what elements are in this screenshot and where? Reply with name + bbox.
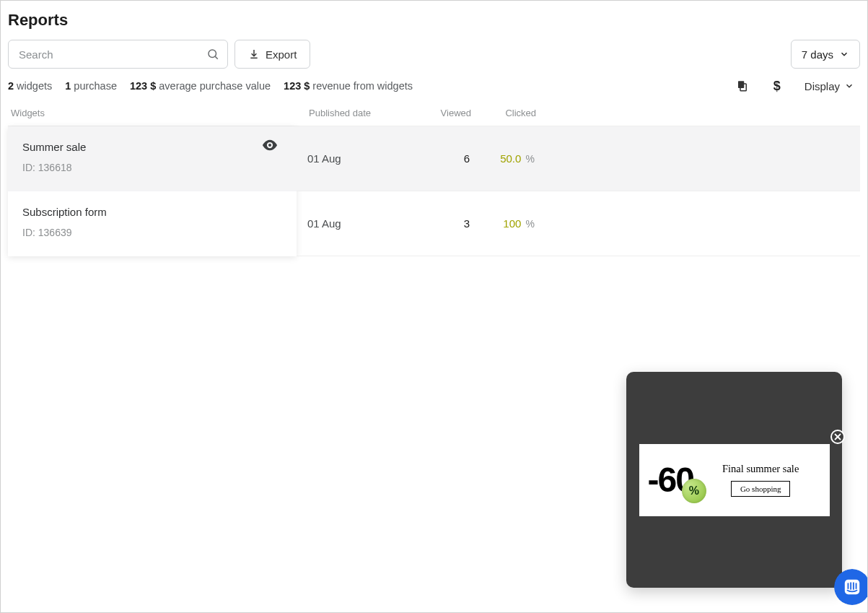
search-icon	[206, 48, 219, 61]
page-title: Reports	[8, 11, 860, 30]
widget-preview-panel: -60 % Final summer sale Go shopping	[626, 372, 842, 588]
export-button[interactable]: Export	[234, 40, 310, 69]
col-widgets: Widgets	[9, 108, 309, 118]
stat-revenue: 123 $revenue from widgets	[284, 80, 413, 92]
cell-viewed: 3	[401, 217, 470, 230]
stat-avg: 123 $average purchase value	[130, 80, 271, 92]
close-preview-button[interactable]	[830, 430, 845, 444]
table-row[interactable]: Subscription form ID: 136639 01 Aug 3 10…	[8, 191, 860, 256]
stat-purchase: 1purchase	[65, 80, 117, 92]
svg-line-1	[215, 56, 217, 58]
col-published: Published date	[309, 108, 403, 118]
eye-icon	[262, 139, 278, 151]
widget-id: ID: 136618	[22, 162, 282, 173]
display-button[interactable]: Display	[805, 80, 854, 92]
download-icon	[248, 48, 260, 60]
intercom-icon	[843, 578, 862, 596]
search-field-wrap	[8, 40, 228, 69]
svg-point-0	[209, 50, 216, 58]
export-label: Export	[266, 48, 297, 61]
svg-rect-10	[853, 583, 854, 590]
table-row[interactable]: Summer sale ID: 136618 01 Aug 6 50.0 %	[8, 126, 860, 191]
percent-badge: %	[682, 479, 706, 503]
svg-point-4	[268, 143, 271, 146]
currency-button[interactable]: $	[770, 79, 784, 93]
widget-name: Subscription form	[22, 206, 282, 218]
cell-published: 01 Aug	[307, 152, 401, 165]
chevron-down-icon	[839, 49, 849, 59]
display-label: Display	[805, 80, 840, 92]
copy-icon	[736, 79, 749, 92]
reports-table: Widgets Published date Viewed Clicked Su…	[8, 108, 860, 256]
cell-viewed: 6	[401, 152, 470, 165]
date-range-button[interactable]: 7 days	[791, 40, 860, 69]
widget-id: ID: 136639	[22, 227, 282, 238]
svg-rect-9	[850, 583, 851, 590]
widget-name: Summer sale	[22, 141, 282, 153]
cell-clicked: 50.0 %	[470, 152, 556, 165]
banner-headline: Final summer sale	[722, 463, 799, 475]
preview-button[interactable]	[262, 139, 278, 155]
svg-rect-11	[856, 583, 857, 588]
cell-published: 01 Aug	[307, 217, 401, 230]
widget-card[interactable]: Subscription form ID: 136639	[8, 191, 297, 256]
widget-card[interactable]: Summer sale ID: 136618	[8, 126, 297, 191]
chevron-down-icon	[844, 81, 854, 91]
go-shopping-button[interactable]: Go shopping	[731, 481, 791, 497]
table-header: Widgets Published date Viewed Clicked	[8, 108, 860, 126]
promo-banner: -60 % Final summer sale Go shopping	[639, 444, 830, 516]
col-viewed: Viewed	[403, 108, 471, 118]
toolbar: Export 7 days	[8, 40, 860, 69]
date-range-label: 7 days	[802, 48, 833, 61]
stats-row: 2widgets 1purchase 123 $average purchase…	[8, 79, 860, 93]
col-clicked: Clicked	[471, 108, 558, 118]
discount-graphic: -60 %	[648, 463, 693, 497]
svg-rect-3	[738, 81, 744, 88]
stat-widgets: 2widgets	[8, 80, 52, 92]
svg-rect-8	[848, 583, 849, 588]
search-input[interactable]	[8, 40, 228, 69]
close-icon	[834, 433, 841, 440]
copy-button[interactable]	[735, 79, 750, 93]
cell-clicked: 100 %	[470, 217, 556, 230]
